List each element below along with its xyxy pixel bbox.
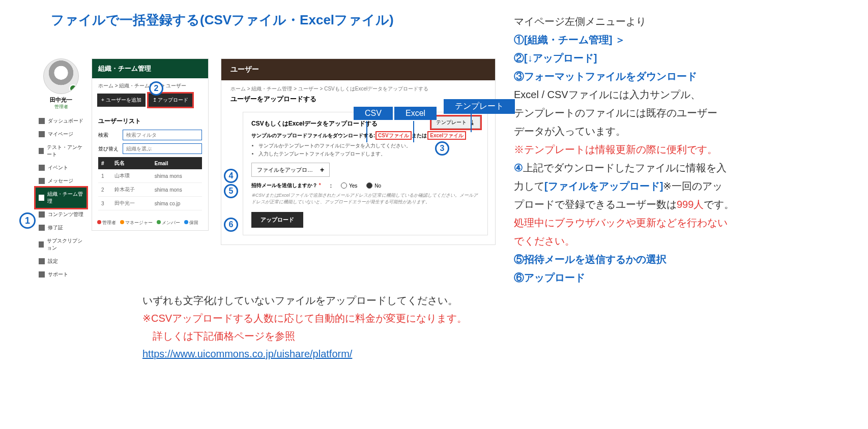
callout-tag-excel: Excel	[394, 107, 437, 120]
sidebar-item-label: サポート	[48, 271, 68, 278]
refresh-icon	[39, 241, 44, 248]
callout-tag-template: テンプレート	[444, 99, 515, 114]
sidebar-item-message[interactable]: メッセージ	[36, 174, 86, 188]
panel-header: 組織・チーム管理	[92, 59, 208, 78]
content-icon	[39, 211, 45, 218]
sidebar-item-content[interactable]: コンテンツ管理	[36, 208, 86, 221]
user-role: 管理者	[36, 104, 86, 110]
instruction-line: マイページ左側メニューより	[514, 12, 850, 30]
callout-marker-1: 1	[19, 212, 36, 229]
callout-marker-6: 6	[224, 218, 238, 232]
instruction-line: ②[↓アップロード]	[514, 49, 850, 67]
sidebar-item-test[interactable]: テスト・アンケート	[36, 141, 86, 161]
sidebar-item-label: 組織・チーム管理	[47, 191, 83, 205]
sidebar-item-support[interactable]: サポート	[36, 268, 86, 281]
callout-marker-4: 4	[224, 169, 238, 183]
upload-panel-screenshot: ユーザー ホーム > 組織・チーム管理 > ユーザー > CSVもしくはExce…	[221, 58, 496, 245]
org-icon	[39, 195, 44, 201]
instruction-line: ①[組織・チーム管理] ＞	[514, 30, 850, 49]
sidebar-item-subscription[interactable]: サブスクリプション	[36, 234, 86, 255]
sort-input[interactable]	[123, 143, 202, 154]
sidebar-item-label: 設定	[48, 258, 58, 265]
sidebar-item-mypage[interactable]: マイページ	[36, 128, 86, 141]
table-row: 2鈴木花子shima mons	[98, 183, 202, 197]
submit-upload-button[interactable]: アップロード	[251, 212, 303, 228]
sidebar-item-label: メッセージ	[48, 177, 73, 185]
instruction-line: ※テンプレートは情報更新の際に便利です。	[514, 140, 850, 159]
sort-label: 並び替え	[98, 145, 119, 152]
csv-download-link[interactable]: CSVファイル	[377, 132, 411, 139]
help-icon	[39, 271, 45, 278]
plus-icon: +	[320, 166, 324, 174]
excel-download-link[interactable]: Excelファイル	[428, 132, 465, 139]
add-user-button[interactable]: + ユーザーを追加	[97, 94, 146, 107]
medal-icon	[39, 225, 45, 231]
instruction-line: プロードで登録できるユーザー数は999人です。	[514, 195, 850, 213]
instruction-line: 処理中にブラウザバックや更新などを行わない	[514, 213, 850, 232]
sidebar-item-dashboard[interactable]: ダッシュボード	[36, 114, 86, 128]
search-input[interactable]	[123, 130, 202, 140]
sidebar-item-cert[interactable]: 修了証	[36, 221, 86, 234]
user-list-title: ユーザーリスト	[98, 117, 202, 126]
upload-note: ※CSVまたはExcelファイルで追加されたメールアドレスが正常に機能しているか…	[251, 192, 479, 205]
invite-mail-question: 招待メールを送信しますか？ * : Yes No	[251, 182, 479, 189]
search-label: 検索	[98, 132, 119, 139]
instruction-line: テンプレートのファイルには既存のユーザー	[514, 104, 850, 122]
avatar-edit-badge	[69, 84, 77, 93]
callout-marker-2: 2	[149, 81, 163, 96]
instructions-column: マイページ左側メニューより ①[組織・チーム管理] ＞ ②[↓アップロード] ③…	[514, 12, 850, 287]
bottom-notes: いずれも文字化けしていないファイルをアップロードしてください。 ※CSVアップロ…	[142, 292, 467, 363]
gear-icon	[39, 258, 45, 264]
megaphone-icon	[39, 165, 45, 171]
panel-header: ユーザー	[221, 59, 495, 80]
note-line: ※CSVアップロードする人数に応じて自動的に料金が変更になります。	[142, 310, 467, 327]
instruction-line: データが入っています。	[514, 122, 850, 140]
pricing-link[interactable]: https://www.uicommons.co.jp/uishare/plat…	[142, 348, 352, 359]
callout-line	[366, 121, 367, 142]
callout-tag-csv: CSV	[354, 107, 393, 120]
file-upload-button[interactable]: ファイルをアップロ…+	[251, 163, 330, 177]
avatar	[43, 58, 79, 94]
upload-card: テンプレート CSVもしくはExcelデータをアップロードする サンプルのアップ…	[243, 112, 488, 235]
note-line: いずれも文字化けしていないファイルをアップロードしてください。	[142, 292, 467, 310]
radio-no[interactable]: No	[366, 182, 381, 189]
callout-line	[413, 121, 414, 142]
user-table: # 氏名 Email 1山本環shima mons 2鈴木花子shima mon…	[98, 157, 202, 210]
page-title: ファイルで一括登録する(CSVファイル・Excelファイル)	[51, 11, 394, 29]
sidebar-item-org[interactable]: 組織・チーム管理	[36, 188, 86, 208]
sidebar-item-label: マイページ	[48, 131, 73, 138]
sidebar-item-label: コンテンツ管理	[48, 211, 83, 218]
instruction-line: ⑥アップロード	[514, 268, 850, 287]
instruction-line: でください。	[514, 232, 850, 250]
sidebar-item-label: 修了証	[48, 224, 63, 231]
sidebar-item-label: テスト・アンケート	[47, 144, 83, 158]
note-line: 詳しくは下記価格ページを参照	[142, 327, 467, 345]
table-row: 1山本環shima mons	[98, 169, 202, 183]
sample-download-line: サンプルのアップロードファイルをダウンロードする: CSVファイル または Ex…	[251, 132, 479, 139]
doc-icon	[39, 148, 44, 154]
instruction-line: ④上記でダウンロードしたファイルに情報を入	[514, 159, 850, 177]
sidebar-item-label: サブスクリプション	[47, 237, 83, 252]
instruction-line: Excel / CSVファイルには入力サンプル、	[514, 85, 850, 104]
col-index: #	[98, 157, 111, 169]
callout-line	[471, 113, 472, 132]
col-name: 氏名	[111, 157, 151, 169]
chat-icon	[39, 178, 45, 184]
template-download-button[interactable]: テンプレート	[431, 116, 480, 129]
sidebar-item-settings[interactable]: 設定	[36, 255, 86, 268]
grid-icon	[39, 118, 45, 124]
breadcrumb: ホーム > 組織・チーム管理 > ユーザー > CSVもしくはExcelデータを…	[221, 80, 495, 95]
sidebar-item-label: イベント	[48, 164, 68, 171]
page-icon	[39, 131, 45, 137]
instruction-line: ③フォーマットファイルをダウンロード	[514, 67, 850, 85]
sidebar-screenshot: 田中光一 管理者 ダッシュボード マイページ テスト・アンケート イベント メッ…	[36, 58, 86, 281]
role-legend: 管理者 マネージャー メンバー 保留	[92, 216, 208, 230]
sidebar-item-event[interactable]: イベント	[36, 161, 86, 174]
callout-marker-5: 5	[224, 184, 238, 198]
user-name: 田中光一	[36, 96, 86, 104]
sidebar-item-label: ダッシュボード	[48, 117, 83, 125]
instruction-line: 力して[ファイルをアップロード]※一回のアッ	[514, 177, 850, 195]
instruction-line: ⑤招待メールを送信するかの選択	[514, 250, 850, 268]
radio-yes[interactable]: Yes	[341, 182, 357, 189]
col-email: Email	[152, 157, 202, 169]
